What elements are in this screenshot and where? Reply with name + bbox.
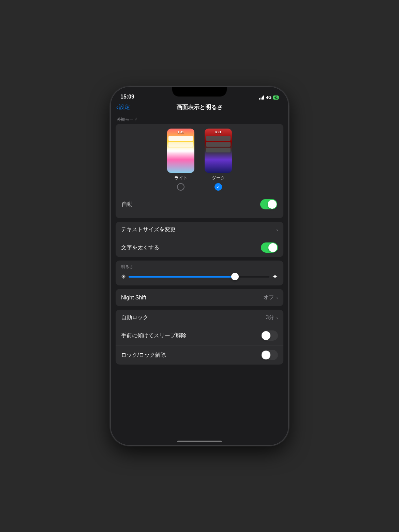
auto-lock-right: 3分 ›	[266, 314, 278, 321]
page-title: 画面表示と明るさ	[176, 103, 223, 111]
light-preview-content	[168, 136, 193, 172]
back-label: 設定	[119, 104, 130, 111]
dark-mode-radio[interactable]: ✓	[215, 183, 222, 191]
text-settings-card: テキストサイズを変更 › 文字を太くする	[116, 222, 283, 257]
text-size-row-right: ›	[276, 227, 278, 233]
text-size-row[interactable]: テキストサイズを変更 ›	[116, 222, 283, 238]
sun-large-icon: ✦	[272, 272, 278, 281]
auto-mode-toggle-thumb	[268, 200, 277, 209]
settings-content: 外観モード 9:41	[111, 114, 288, 368]
lock-sound-toggle[interactable]	[261, 350, 278, 360]
light-mode-preview: 9:41	[167, 129, 194, 173]
brightness-fill	[129, 276, 234, 278]
light-preview-time: 9:41	[167, 131, 194, 134]
desk-background: 15:09 4G 42 ‹ 設定 画面表	[0, 0, 399, 532]
status-time: 15:09	[120, 94, 134, 100]
night-shift-row[interactable]: Night Shift オフ ›	[116, 289, 283, 306]
brightness-label: 明るさ	[121, 264, 278, 270]
screen: 15:09 4G 42 ‹ 設定 画面表	[111, 87, 288, 445]
raise-to-wake-toggle[interactable]	[261, 330, 278, 341]
auto-lock-label: 自動ロック	[121, 314, 148, 321]
dark-preview-time: 9:41	[205, 131, 232, 134]
chevron-left-icon: ‹	[116, 104, 118, 110]
chevron-right-icon: ›	[276, 227, 278, 233]
auto-mode-toggle[interactable]	[260, 199, 277, 209]
appearance-options: 9:41 ライト	[120, 129, 279, 191]
night-shift-row-right: オフ ›	[263, 294, 278, 301]
sun-small-icon: ☀	[121, 274, 126, 280]
lock-sound-label: ロック/ロック解除	[121, 352, 166, 359]
raise-to-wake-label: 手前に傾けてスリープ解除	[121, 332, 187, 339]
brightness-slider-row: ☀ ✦	[121, 272, 278, 281]
bold-text-label: 文字を太くする	[121, 244, 159, 251]
appearance-card: 9:41 ライト	[116, 124, 283, 218]
bold-text-toggle-thumb	[268, 243, 277, 252]
checkmark-icon: ✓	[217, 184, 220, 190]
status-icons: 4G 42	[259, 95, 279, 100]
nav-bar: ‹ 設定 画面表示と明るさ	[111, 102, 288, 114]
text-size-label: テキストサイズを変更	[121, 226, 176, 233]
brightness-slider[interactable]	[129, 276, 269, 278]
network-label: 4G	[266, 95, 271, 100]
raise-to-wake-thumb	[262, 331, 270, 340]
night-shift-value: オフ	[263, 294, 274, 301]
night-shift-label: Night Shift	[121, 295, 146, 301]
brightness-thumb[interactable]	[231, 273, 239, 280]
brightness-card: 明るさ ☀ ✦	[116, 261, 283, 285]
home-indicator	[177, 441, 222, 442]
auto-lock-value: 3分	[266, 314, 274, 321]
auto-lock-chevron-icon: ›	[276, 315, 278, 321]
dark-mode-option[interactable]: 9:41 ダーク ✓	[205, 129, 232, 191]
auto-mode-label: 自動	[122, 201, 133, 208]
bold-text-toggle[interactable]	[261, 242, 278, 253]
back-button[interactable]: ‹ 設定	[116, 104, 130, 111]
light-mode-label: ライト	[174, 175, 188, 181]
light-mode-option[interactable]: 9:41 ライト	[167, 129, 194, 191]
dark-mode-label: ダーク	[212, 175, 225, 181]
signal-icon	[259, 95, 264, 100]
auto-lock-row[interactable]: 自動ロック 3分 ›	[116, 310, 283, 326]
dark-mode-preview: 9:41	[205, 129, 232, 173]
phone-device: 15:09 4G 42 ‹ 設定 画面表	[111, 87, 288, 445]
lock-sound-row: ロック/ロック解除	[116, 345, 283, 365]
lock-sound-thumb	[262, 351, 270, 359]
battery-badge: 42	[273, 95, 279, 100]
auto-mode-row: 自動	[120, 195, 279, 213]
night-shift-chevron-icon: ›	[276, 295, 278, 300]
dark-preview-content	[206, 136, 231, 172]
notch	[172, 87, 227, 97]
raise-to-wake-row: 手前に傾けてスリープ解除	[116, 326, 283, 345]
light-mode-radio[interactable]	[177, 183, 184, 191]
lock-settings-card: 自動ロック 3分 › 手前に傾けてスリープ解除 ロック/ロック解除	[116, 310, 283, 365]
appearance-section-label: 外観モード	[116, 114, 283, 124]
night-shift-card: Night Shift オフ ›	[116, 289, 283, 306]
bold-text-row: 文字を太くする	[116, 238, 283, 257]
